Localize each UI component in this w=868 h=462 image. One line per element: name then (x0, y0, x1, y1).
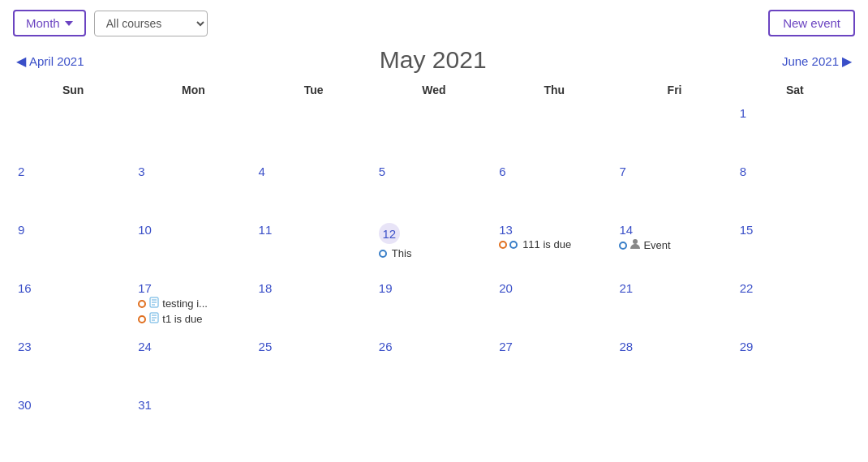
day-num-27[interactable]: 27 (499, 340, 609, 353)
assign-icon3 (148, 312, 160, 326)
header-sat: Sat (735, 79, 855, 103)
day-num-30[interactable]: 30 (18, 398, 128, 412)
day-num-5[interactable]: 5 (379, 165, 489, 178)
day-empty-6 (614, 103, 734, 161)
day-num-6[interactable]: 6 (499, 165, 609, 178)
day-num-21[interactable]: 21 (619, 281, 729, 295)
day-30: 30 (13, 395, 133, 453)
courses-select[interactable]: All courses (94, 11, 208, 36)
day-7: 7 (614, 161, 734, 220)
day-num-26[interactable]: 26 (379, 340, 489, 353)
header-fri: Fri (614, 79, 734, 103)
table-row: 16 17 testing i... t1 is due (13, 278, 855, 336)
current-month-title: May 2021 (84, 46, 782, 74)
table-row: 1 (13, 103, 855, 161)
event-may14-1[interactable]: Event (619, 238, 729, 252)
new-event-button[interactable]: New event (768, 10, 855, 36)
day-19: 19 (374, 278, 494, 336)
day-num-14[interactable]: 14 (619, 223, 729, 237)
day-12: 12 This (374, 220, 494, 278)
day-27: 27 (494, 336, 614, 395)
day-22: 22 (735, 278, 855, 336)
event-may17-2[interactable]: t1 is due (138, 312, 248, 326)
dot-blue-icon2 (509, 241, 518, 249)
day-10: 10 (133, 220, 253, 278)
chevron-left-icon: ◀ (16, 53, 26, 69)
day-num-18[interactable]: 18 (259, 281, 369, 295)
dot-blue-icon3 (619, 242, 627, 250)
day-num-28[interactable]: 28 (619, 340, 729, 353)
header-tue: Tue (254, 79, 374, 103)
day-25: 25 (254, 336, 374, 395)
dot-orange-icon3 (138, 315, 146, 323)
header-wed: Wed (374, 79, 494, 103)
day-num-2[interactable]: 2 (18, 165, 128, 178)
day-num-16[interactable]: 16 (18, 281, 128, 295)
toolbar: Month All courses New event (13, 10, 855, 36)
day-empty-jun1 (254, 395, 374, 453)
day-num-22[interactable]: 22 (740, 281, 850, 295)
month-nav: ◀ April 2021 May 2021 June 2021 ▶ (13, 46, 855, 75)
day-5: 5 (374, 161, 494, 220)
day-num-15[interactable]: 15 (740, 223, 850, 237)
day-6: 6 (494, 161, 614, 220)
day-num-31[interactable]: 31 (138, 398, 248, 412)
day-8: 8 (735, 161, 855, 220)
day-num-9[interactable]: 9 (18, 223, 128, 237)
day-num-12[interactable]: 12 (379, 223, 400, 244)
day-15: 15 (735, 220, 855, 278)
day-empty-2 (133, 103, 253, 161)
dot-blue-icon (379, 250, 387, 258)
day-num-17[interactable]: 17 (138, 281, 248, 295)
month-view-button[interactable]: Month (13, 10, 86, 36)
assign-icon2 (148, 297, 160, 310)
day-num-19[interactable]: 19 (379, 281, 489, 295)
day-1: 1 (735, 103, 855, 161)
day-num-4[interactable]: 4 (259, 165, 369, 178)
day-29: 29 (735, 336, 855, 395)
prev-month-button[interactable]: ◀ April 2021 (16, 53, 84, 69)
day-num-24[interactable]: 24 (138, 340, 248, 353)
day-empty-jun4 (614, 395, 734, 453)
toolbar-left: Month All courses (13, 10, 208, 36)
table-row: 23 24 25 26 27 28 29 (13, 336, 855, 395)
day-16: 16 (13, 278, 133, 336)
day-num-20[interactable]: 20 (499, 281, 609, 295)
dot-orange-icon (499, 241, 507, 249)
day-21: 21 (614, 278, 734, 336)
day-num-3[interactable]: 3 (138, 165, 248, 178)
day-num-8[interactable]: 8 (740, 165, 850, 178)
day-num-25[interactable]: 25 (259, 340, 369, 353)
day-13: 13 111 is due (494, 220, 614, 278)
day-26: 26 (374, 336, 494, 395)
header-sun: Sun (13, 79, 133, 103)
month-label: Month (26, 16, 60, 30)
event-label: This (392, 247, 412, 259)
day-3: 3 (133, 161, 253, 220)
day-20: 20 (494, 278, 614, 336)
day-num-11[interactable]: 11 (259, 223, 369, 237)
dot-orange-icon2 (138, 300, 146, 308)
event-may12-1[interactable]: This (379, 247, 489, 259)
day-31: 31 (133, 395, 253, 453)
day-num-10[interactable]: 10 (138, 223, 248, 237)
day-num-29[interactable]: 29 (740, 340, 850, 353)
day-28: 28 (614, 336, 734, 395)
day-num-23[interactable]: 23 (18, 340, 128, 353)
day-18: 18 (254, 278, 374, 336)
day-empty-4 (374, 103, 494, 161)
day-num-13[interactable]: 13 (499, 223, 609, 237)
prev-month-label: April 2021 (29, 54, 84, 68)
next-month-button[interactable]: June 2021 ▶ (782, 53, 852, 69)
day-23: 23 (13, 336, 133, 395)
event-may17-1[interactable]: testing i... (138, 297, 248, 310)
day-num-1[interactable]: 1 (740, 106, 850, 120)
event-label: testing i... (162, 297, 208, 310)
event-may13-1[interactable]: 111 is due (499, 238, 609, 250)
day-empty-jun3 (494, 395, 614, 453)
header-mon: Mon (133, 79, 253, 103)
day-empty-jun2 (374, 395, 494, 453)
day-num-7[interactable]: 7 (619, 165, 729, 178)
weekday-header-row: Sun Mon Tue Wed Thu Fri Sat (13, 79, 855, 103)
event-label: t1 is due (162, 313, 202, 325)
